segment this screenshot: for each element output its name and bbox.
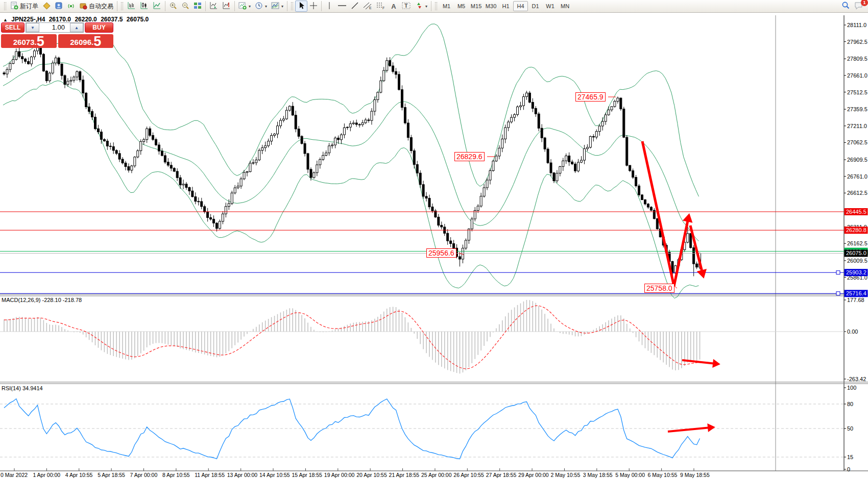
chart-canvas[interactable]: 28111.027962.527809.527661.027512.527359…: [0, 13, 868, 479]
candlestick-chart-button[interactable]: [138, 1, 151, 12]
svg-text:50: 50: [847, 425, 853, 432]
toolbar-grip[interactable]: [435, 2, 437, 10]
price-annotation[interactable]: 25956.6: [426, 248, 456, 258]
svg-text:E: E: [369, 6, 372, 10]
fibonacci-icon: F: [376, 2, 385, 11]
autotrading-button[interactable]: 自动交易: [77, 1, 115, 12]
sell-button[interactable]: SELL: [1, 22, 25, 33]
templates-button[interactable]: ▾: [269, 1, 285, 12]
price-annotation[interactable]: 26829.6: [454, 152, 485, 161]
tf-D1[interactable]: D1: [528, 1, 543, 11]
svg-text:8 Apr 10:55: 8 Apr 10:55: [162, 472, 190, 478]
arrows-button[interactable]: ▾: [413, 1, 429, 12]
chat-button[interactable]: 1: [852, 1, 866, 12]
horizontal-line-icon: [337, 2, 347, 11]
svg-text:1 Apr 00:00: 1 Apr 00:00: [33, 472, 60, 478]
metaeditor-icon: [42, 2, 51, 11]
vertical-line-button[interactable]: [323, 1, 335, 12]
toolbar-separator: [287, 1, 287, 11]
dropdown-caret-icon: ▾: [265, 4, 267, 9]
tf-M15[interactable]: M15: [469, 1, 484, 11]
bars-chart-button[interactable]: [125, 1, 138, 12]
trendline-button[interactable]: [349, 1, 361, 12]
svg-text:9 May 18:55: 9 May 18:55: [680, 472, 710, 478]
volume-increase-button[interactable]: ▲: [70, 23, 83, 32]
chart-shift-button[interactable]: [220, 1, 233, 12]
notification-badge: 1: [861, 0, 868, 6]
svg-text:21 Apr 18:55: 21 Apr 18:55: [389, 472, 420, 478]
market-button[interactable]: [53, 1, 65, 12]
sell-price[interactable]: 26073.5: [1, 34, 57, 48]
svg-text:25716.4: 25716.4: [846, 290, 866, 296]
svg-text:F: F: [382, 6, 384, 10]
toolbar-separator: [321, 1, 322, 11]
equidistant-channel-icon: E: [363, 2, 372, 11]
auto-scroll-button[interactable]: [207, 1, 220, 12]
svg-text:27512.5: 27512.5: [847, 89, 867, 95]
svg-text:3 May 18:55: 3 May 18:55: [583, 472, 613, 478]
toolbar-grip[interactable]: [291, 2, 293, 10]
buy-button[interactable]: BUY: [85, 22, 113, 33]
market-icon: [55, 2, 63, 11]
templates-icon: [271, 2, 279, 11]
toolbar-separator: [165, 1, 165, 11]
one-click-prices: 26073.5 26096.5: [1, 34, 113, 48]
svg-text:20 Apr 10:55: 20 Apr 10:55: [356, 472, 387, 478]
volume-value[interactable]: 1.00: [39, 23, 70, 32]
volume-decrease-button[interactable]: ▼: [26, 23, 39, 32]
bar-low: 26037.5: [101, 16, 123, 23]
cursor-button[interactable]: [295, 1, 307, 12]
price-annotation[interactable]: 27465.9: [575, 92, 606, 102]
tf-M30[interactable]: M30: [484, 1, 498, 11]
tf-H1[interactable]: H1: [498, 1, 513, 11]
svg-text:27359.5: 27359.5: [847, 106, 867, 112]
text-button[interactable]: A: [388, 1, 400, 12]
new-order-label: 新订单: [20, 2, 38, 11]
buy-price[interactable]: 26096.5: [58, 34, 114, 48]
tf-W1[interactable]: W1: [543, 1, 558, 11]
cursor-icon: [298, 2, 305, 11]
mt4-terminal: { "toolbar": { "new_order_label": "新订单",…: [0, 0, 868, 479]
line-chart-button[interactable]: [151, 1, 163, 12]
new-chart-icon: [238, 2, 247, 11]
svg-text:27661.0: 27661.0: [847, 72, 867, 79]
crosshair-button[interactable]: [307, 1, 320, 12]
tf-MN[interactable]: MN: [558, 1, 572, 11]
auto-scroll-icon: [209, 2, 218, 11]
text-label-button[interactable]: T: [400, 1, 413, 12]
tile-windows-button[interactable]: [191, 1, 204, 12]
metaeditor-button[interactable]: [40, 1, 53, 12]
svg-text:4 Apr 10:55: 4 Apr 10:55: [65, 472, 93, 478]
toolbar-grip[interactable]: [121, 2, 123, 10]
bar-high: 26220.0: [75, 16, 97, 23]
tf-M1[interactable]: M1: [439, 1, 454, 11]
autotrading-icon: [79, 2, 87, 11]
svg-text:13 Apr 00:00: 13 Apr 00:00: [227, 472, 258, 478]
svg-text:-263.42: -263.42: [847, 376, 866, 382]
tf-M5[interactable]: M5: [454, 1, 469, 11]
svg-text:0 Mar 2022: 0 Mar 2022: [1, 472, 28, 478]
tf-H4[interactable]: H4: [513, 1, 528, 11]
toolbar-grip[interactable]: [4, 2, 6, 10]
zoom-out-button[interactable]: [179, 1, 191, 12]
fibonacci-button[interactable]: F: [374, 1, 388, 12]
new-order-button[interactable]: 新订单: [8, 1, 40, 12]
signals-button[interactable]: [65, 1, 77, 12]
rsi-label: RSI(14) 34.9414: [2, 385, 43, 391]
svg-text:2 May 10:55: 2 May 10:55: [550, 472, 580, 478]
macd-label: MACD(12,26,9) -228.10 -218.78: [2, 297, 82, 303]
search-button[interactable]: [839, 1, 852, 12]
svg-text:27211.0: 27211.0: [847, 123, 867, 129]
svg-text:14 Apr 10:55: 14 Apr 10:55: [259, 472, 290, 478]
periods-button[interactable]: ▾: [253, 1, 269, 12]
svg-text:15: 15: [847, 454, 853, 460]
zoom-in-button[interactable]: [167, 1, 179, 12]
price-annotation[interactable]: 25758.0: [644, 284, 674, 293]
new-chart-button[interactable]: ▾: [236, 1, 253, 12]
crosshair-icon: [309, 2, 318, 11]
horizontal-line-button[interactable]: [335, 1, 349, 12]
equidistant-channel-button[interactable]: E: [361, 1, 374, 12]
zoom-out-icon: [181, 2, 189, 11]
tile-windows-icon: [194, 2, 202, 11]
svg-text:177.68: 177.68: [847, 297, 864, 303]
